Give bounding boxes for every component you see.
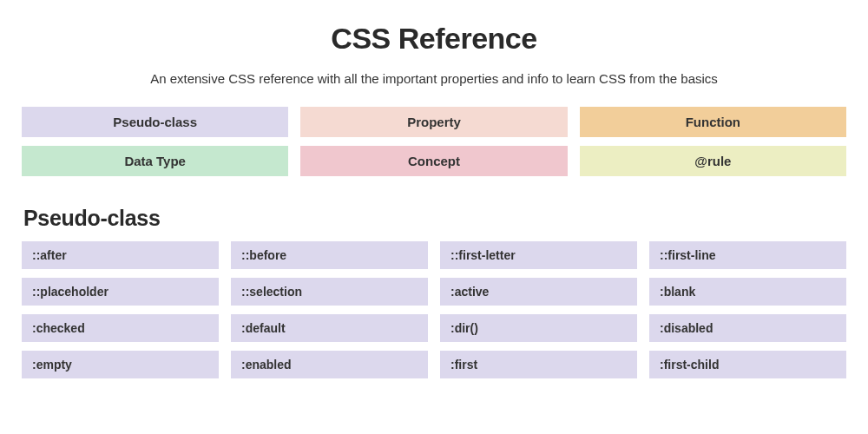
page-subtitle: An extensive CSS reference with all the …	[22, 71, 846, 86]
list-item[interactable]: :default	[231, 314, 428, 342]
list-item[interactable]: ::after	[22, 241, 219, 269]
list-item[interactable]: :first-child	[649, 351, 846, 378]
category-pseudo-class[interactable]: Pseudo-class	[22, 107, 288, 137]
list-item[interactable]: :dir()	[440, 314, 637, 342]
list-item[interactable]: ::first-letter	[440, 241, 637, 269]
category-concept[interactable]: Concept	[300, 146, 567, 176]
page-title: CSS Reference	[22, 22, 846, 56]
section-title: Pseudo-class	[23, 206, 846, 231]
category-at-rule[interactable]: @rule	[580, 146, 846, 176]
list-item[interactable]: :disabled	[649, 314, 846, 342]
list-item[interactable]: :blank	[649, 278, 846, 306]
list-item[interactable]: :enabled	[231, 351, 428, 378]
category-function[interactable]: Function	[580, 107, 846, 137]
list-item[interactable]: :active	[440, 278, 637, 306]
list-item[interactable]: :empty	[22, 351, 219, 378]
list-item[interactable]: :first	[440, 351, 637, 378]
items-grid: ::after ::before ::first-letter ::first-…	[22, 241, 846, 378]
category-grid: Pseudo-class Property Function Data Type…	[22, 107, 846, 176]
list-item[interactable]: ::selection	[231, 278, 428, 306]
list-item[interactable]: :checked	[22, 314, 219, 342]
category-data-type[interactable]: Data Type	[22, 146, 288, 176]
list-item[interactable]: ::before	[231, 241, 428, 269]
category-property[interactable]: Property	[300, 107, 567, 137]
list-item[interactable]: ::placeholder	[22, 278, 219, 306]
list-item[interactable]: ::first-line	[649, 241, 846, 269]
